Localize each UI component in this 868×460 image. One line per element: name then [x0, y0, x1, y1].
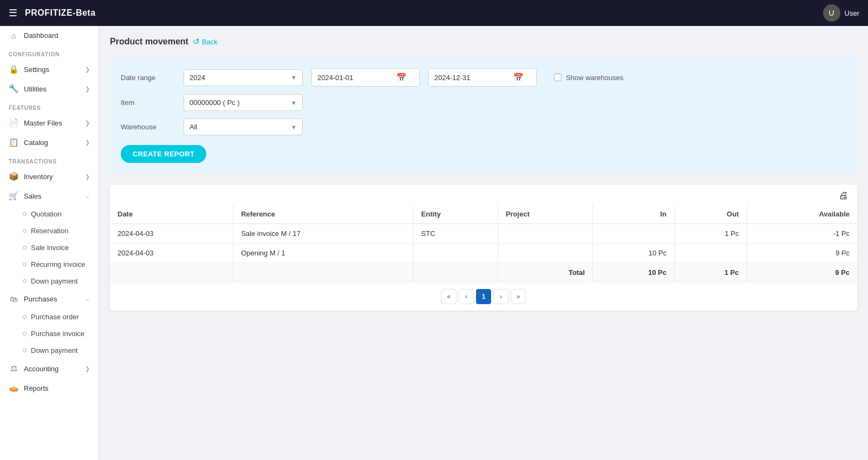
sidebar-label-settings: Settings [24, 65, 49, 74]
pagination-page-1[interactable]: 1 [476, 289, 491, 304]
sidebar-label-reports: Reports [24, 384, 49, 392]
top-navigation: ☰ PROFITIZE-Beta U User [0, 0, 868, 26]
dot-icon [23, 212, 27, 216]
cell-available: -1 Pc [747, 224, 857, 244]
date-range-label: Date range [121, 74, 175, 82]
date-from-field[interactable] [317, 74, 393, 82]
calendar-to-icon[interactable]: 📅 [513, 73, 524, 82]
file-icon: 📄 [9, 118, 18, 128]
pagination-first[interactable]: « [441, 289, 456, 304]
print-icon[interactable]: 🖨 [839, 190, 849, 201]
back-label: Back [202, 38, 218, 46]
sidebar-sub-purchaseorder[interactable]: Purchase order [0, 308, 99, 325]
sidebar-label-inventory: Inventory [24, 173, 53, 181]
sidebar-item-accounting[interactable]: ⚖ Accounting ❯ [0, 359, 99, 378]
table-row: 2024-04-03 Opening M / 1 10 Pc 9 Pc [110, 244, 857, 263]
dot-icon-7 [23, 332, 27, 336]
create-report-button[interactable]: CREATE REPORT [121, 145, 206, 163]
user-avatar: U [823, 4, 840, 22]
item-value: 00000000 ( Pc ) [190, 98, 240, 107]
dot-icon-6 [23, 315, 27, 319]
lock-icon: 🔒 [9, 64, 18, 74]
table-row: 2024-04-03 Sale invoice M / 17 STC 1 Pc … [110, 224, 857, 244]
create-report-section: CREATE REPORT [121, 143, 846, 163]
date-from-input[interactable]: 📅 [311, 68, 420, 87]
item-select[interactable]: 00000000 ( Pc ) ▼ [184, 94, 303, 111]
chevron-right-icon-5: ❯ [85, 173, 90, 180]
cell-project [498, 244, 592, 263]
menu-icon[interactable]: ☰ [9, 7, 17, 19]
warehouse-select[interactable]: All ▼ [184, 119, 303, 135]
sub-label-saleinvoice: Sale invoice [31, 244, 69, 252]
cell-out [674, 244, 747, 263]
back-link[interactable]: ↺ Back [193, 37, 218, 47]
home-icon: ⌂ [9, 31, 18, 40]
warehouse-value: All [190, 123, 197, 131]
sidebar-sub-downpayment-purchases[interactable]: Down payment [0, 342, 99, 359]
show-warehouses-group: Show warehouses [554, 74, 623, 82]
date-range-row: Date range 2024 ▼ 📅 📅 Show warehouses [121, 68, 846, 87]
total-row: Total 10 Pc 1 Pc 9 Pc [110, 263, 857, 282]
sidebar-item-masterfiles[interactable]: 📄 Master Files ❯ [0, 113, 99, 133]
sidebar-sub-purchaseinvoice[interactable]: Purchase invoice [0, 325, 99, 342]
calendar-from-icon[interactable]: 📅 [396, 73, 407, 82]
sidebar-item-sales[interactable]: 🛒 Sales ⌄ [0, 186, 99, 206]
year-select[interactable]: 2024 ▼ [184, 69, 303, 86]
total-cell-date [110, 263, 233, 282]
cell-date: 2024-04-03 [110, 244, 233, 263]
total-cell-out: 1 Pc [674, 263, 747, 282]
sub-label-purchaseorder: Purchase order [31, 313, 79, 321]
cell-project [498, 224, 592, 244]
sidebar-sub-saleinvoice[interactable]: Sale invoice [0, 239, 99, 256]
sidebar-item-dashboard[interactable]: ⌂ Dashboard [0, 26, 99, 45]
cell-date: 2024-04-03 [110, 224, 233, 244]
chevron-down-icon-purchases: ⌄ [85, 295, 90, 303]
col-reference: Reference [233, 205, 414, 224]
col-entity: Entity [413, 205, 498, 224]
select-arrow-year: ▼ [291, 74, 297, 81]
show-warehouses-checkbox[interactable] [554, 74, 562, 81]
sub-label-downpayment-sales: Down payment [31, 277, 78, 285]
sidebar-item-settings[interactable]: 🔒 Settings ❯ [0, 60, 99, 79]
pagination-last[interactable]: » [511, 289, 526, 304]
section-features: Features [0, 98, 99, 113]
chevron-right-icon-2: ❯ [85, 86, 90, 93]
table-body: 2024-04-03 Sale invoice M / 17 STC 1 Pc … [110, 224, 857, 282]
pagination-prev[interactable]: ‹ [459, 289, 474, 304]
sidebar-item-reports[interactable]: 🥧 Reports [0, 378, 99, 398]
sidebar-label-accounting: Accounting [24, 365, 58, 373]
sidebar-item-catalog[interactable]: 📋 Catalog ❯ [0, 133, 99, 152]
sidebar-sub-reservation[interactable]: Reservation [0, 222, 99, 239]
sidebar-label-purchases: Purchases [24, 295, 57, 303]
date-to-input[interactable]: 📅 [428, 68, 537, 87]
sidebar: ⌂ Dashboard Configuration 🔒 Settings ❯ 🔧… [0, 26, 99, 460]
cell-out: 1 Pc [674, 224, 747, 244]
page-title: Product movement [110, 37, 188, 47]
cart-icon: 🛒 [9, 191, 18, 201]
accounting-icon: ⚖ [9, 364, 18, 373]
date-to-field[interactable] [434, 74, 510, 82]
sidebar-item-purchases[interactable]: 🛍 Purchases ⌄ [0, 290, 99, 308]
table-header-row: Date Reference Entity Project In Out Ava… [110, 205, 857, 224]
total-cell-reference [233, 263, 414, 282]
filter-area: Date range 2024 ▼ 📅 📅 Show warehouses [110, 57, 857, 174]
sidebar-item-utilities[interactable]: 🔧 Utilities ❯ [0, 79, 99, 98]
inventory-icon: 📦 [9, 172, 18, 181]
chevron-right-icon-6: ❯ [85, 365, 90, 372]
sidebar-item-inventory[interactable]: 📦 Inventory ❯ [0, 167, 99, 186]
dot-icon-5 [23, 279, 27, 283]
sidebar-sub-recurringinvoice[interactable]: Recurring invoice [0, 256, 99, 273]
sidebar-sub-downpayment-sales[interactable]: Down payment [0, 273, 99, 290]
sidebar-label-sales: Sales [24, 192, 42, 200]
catalog-icon: 📋 [9, 137, 18, 147]
cell-reference: Sale invoice M / 17 [233, 224, 414, 244]
sub-label-quotation: Quotation [31, 210, 61, 218]
chevron-right-icon-4: ❯ [85, 139, 90, 146]
cell-available: 9 Pc [747, 244, 857, 263]
sidebar-sub-quotation[interactable]: Quotation [0, 206, 99, 222]
sub-label-reservation: Reservation [31, 227, 68, 235]
sidebar-label-catalog: Catalog [24, 139, 48, 147]
pagination-next[interactable]: › [493, 289, 508, 304]
chevron-down-icon-sales: ⌄ [85, 193, 90, 200]
user-menu[interactable]: U User [823, 4, 859, 22]
